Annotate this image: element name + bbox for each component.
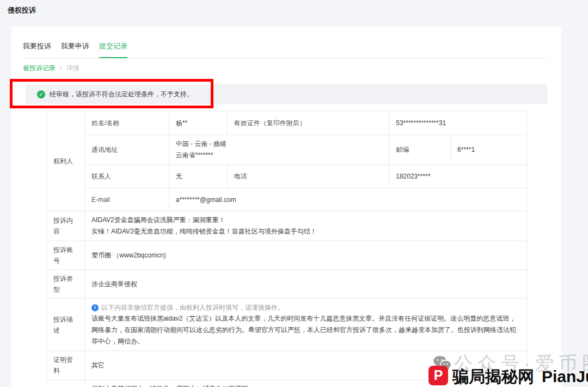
complaint-type-label: 投诉类型: [47, 270, 85, 299]
table-row: E-mail a********@gmail.com: [47, 188, 527, 211]
declaration-label: 保证声明: [47, 380, 85, 387]
check-circle-icon: ✓: [37, 90, 45, 99]
complaint-detail-table: 权利人 姓名/名称 杨** 有效证件（复印件附后） 53************…: [46, 110, 527, 387]
tab-submission-records[interactable]: 提交记录: [99, 41, 127, 58]
name-value: 杨**: [169, 111, 227, 135]
pianju-logo-icon: P: [428, 366, 448, 385]
name-label: 姓名/名称: [84, 111, 169, 135]
complaint-content-line1: AIDAV2资金盘骗局会议洗脑严重：漏洞重重！: [91, 214, 520, 226]
complaint-content-value: AIDAV2资金盘骗局会议洗脑严重：漏洞重重！ 实锤！AIDAV2毫无造血功能，…: [84, 211, 526, 241]
breadcrumb-complained-records-link[interactable]: 被投诉记录: [23, 64, 56, 72]
complaint-account-value: 爱币圈 （www2bqcomcn): [84, 241, 526, 270]
description-disclaimer-text: 以下内容非微信官方提供，由权利人投诉时填写，请谨慎操作。: [101, 302, 284, 313]
address-value: 中国 - 云南 - 曲靖 云南省*******: [169, 135, 389, 165]
table-row: 投诉内容 AIDAV2资金盘骗局会议洗脑严重：漏洞重重！ 实锤！AIDAV2毫无…: [47, 211, 527, 241]
page-title: 侵权投诉: [8, 5, 36, 15]
complaint-type-value: 涉企业商誉侵权: [84, 270, 526, 299]
table-row: 投诉类型 涉企业商誉侵权: [47, 270, 527, 299]
tab-make-appeal[interactable]: 我要申诉: [61, 41, 89, 58]
tab-make-complaint[interactable]: 我要投诉: [23, 41, 51, 58]
review-result-text: 经审核，该投诉不符合法定处理条件，不予支持。: [50, 90, 193, 99]
email-label: E-mail: [84, 188, 169, 211]
watermark-domain: PianJu.Top: [542, 367, 588, 385]
phone-value: 182023*****: [389, 165, 527, 188]
content-card: 我要投诉 我要申诉 提交记录 被投诉记录 / 详情 ✓ 经审核，该投诉不符合法定…: [11, 27, 561, 387]
table-row: 联系人 无 电话 182023*****: [47, 165, 527, 188]
tab-bar: 我要投诉 我要申诉 提交记录: [23, 41, 548, 58]
contact-value: 无: [169, 165, 227, 188]
address-line1: 中国 - 云南 - 曲靖: [176, 138, 382, 150]
review-result-notice: ✓ 经审核，该投诉不符合法定处理条件，不予支持。: [26, 84, 547, 104]
rights-holder-group-label: 权利人: [47, 111, 85, 211]
phone-label: 电话: [227, 165, 389, 188]
id-document-label: 有效证件（复印件附后）: [227, 111, 389, 135]
breadcrumb: 被投诉记录 / 详情: [23, 64, 79, 73]
complaint-content-line2: 实锤！AIDAV2毫无造血功能，纯纯传销资金盘！雷霆社区与境外操盘手勾结！: [91, 226, 520, 237]
table-row: 通讯地址 中国 - 云南 - 曲靖 云南省******* 邮编 6****1: [47, 135, 527, 165]
email-value: a********@gmail.com: [169, 188, 526, 211]
table-row: 投诉描述 i 以下内容非微信官方提供，由权利人投诉时填写，请谨慎操作。 该账号大…: [47, 299, 527, 351]
watermark-site: 骗局揭秘网PianJu.Top: [452, 366, 588, 387]
complaint-description-label: 投诉描述: [47, 299, 85, 351]
address-line2: 云南省*******: [176, 150, 382, 161]
postcode-label: 邮编: [389, 135, 451, 165]
watermark-site-name: 骗局揭秘网: [452, 367, 534, 385]
description-disclaimer: i 以下内容非微信官方提供，由权利人投诉时填写，请谨慎操作。: [91, 302, 520, 313]
evidence-label: 证明资料: [47, 351, 85, 380]
complaint-description-value: i 以下内容非微信官方提供，由权利人投诉时填写，请谨慎操作。 该账号大量发布诋毁…: [84, 299, 526, 351]
complaint-content-label: 投诉内容: [47, 211, 85, 241]
breadcrumb-current: 详情: [66, 64, 79, 72]
id-document-value: 53**************31: [389, 111, 527, 135]
table-row: 投诉账号 爱币圈 （www2bqcomcn): [47, 241, 527, 270]
address-label: 通讯地址: [84, 135, 169, 165]
complaint-account-label: 投诉账号: [47, 241, 85, 270]
info-icon: i: [91, 304, 99, 311]
breadcrumb-separator: /: [60, 64, 62, 72]
table-row: 权利人 姓名/名称 杨** 有效证件（复印件附后） 53************…: [47, 111, 527, 135]
description-text: 该账号大量发布诋毁抹黑aidav2（艾达宝）以及本人的文章，几天的时间发布十几篇…: [91, 313, 520, 347]
contact-label: 联系人: [84, 165, 169, 188]
postcode-value: 6****1: [451, 135, 527, 165]
